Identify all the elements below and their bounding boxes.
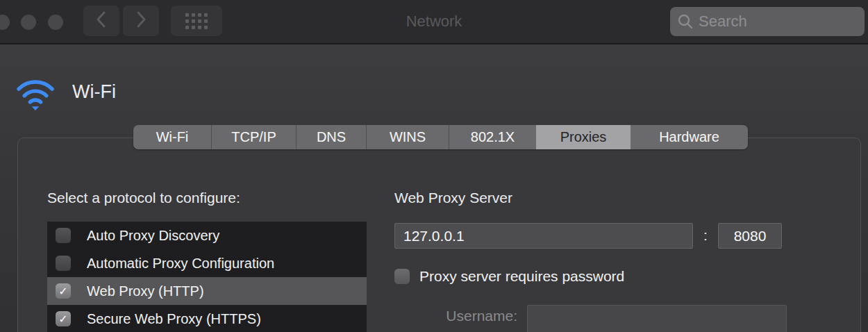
- minimize-button[interactable]: [21, 15, 36, 30]
- tab-tcpip[interactable]: TCP/IP: [212, 125, 297, 149]
- checkmark-icon: ✓: [58, 314, 67, 325]
- chevron-left-icon: [94, 10, 108, 31]
- tab-8021x[interactable]: 802.1X: [449, 125, 536, 149]
- tab-dns[interactable]: DNS: [297, 125, 367, 149]
- password-required-row: Proxy server requires password: [394, 268, 624, 285]
- protocol-label: Web Proxy (HTTP): [87, 283, 204, 299]
- protocol-row-web-proxy-http[interactable]: ✓ Web Proxy (HTTP): [47, 277, 367, 305]
- tab-bar: Wi-Fi TCP/IP DNS WINS 802.1X Proxies Har…: [133, 125, 748, 149]
- grid-icon: [185, 13, 208, 29]
- password-required-label: Proxy server requires password: [419, 268, 624, 285]
- connection-name: Wi-Fi: [72, 81, 116, 103]
- protocol-section-heading: Select a protocol to configure:: [47, 190, 240, 206]
- tab-wins[interactable]: WINS: [367, 125, 449, 149]
- username-input[interactable]: [527, 305, 787, 332]
- checkbox-web-proxy-http[interactable]: ✓: [56, 283, 71, 299]
- chevron-right-icon: [134, 10, 148, 31]
- proxy-port-input[interactable]: [718, 223, 782, 249]
- zoom-button[interactable]: [48, 15, 63, 30]
- protocol-label: Auto Proxy Discovery: [87, 228, 219, 244]
- protocol-row-automatic-proxy-configuration[interactable]: Automatic Proxy Configuration: [47, 249, 367, 277]
- checkbox-automatic-proxy-configuration[interactable]: [56, 256, 71, 271]
- title-bar: Network: [0, 0, 868, 43]
- wifi-icon: [15, 73, 56, 110]
- back-button[interactable]: [83, 6, 119, 36]
- show-all-button[interactable]: [171, 6, 222, 36]
- window-body: Wi-Fi Wi-Fi TCP/IP DNS WINS 802.1X Proxi…: [0, 43, 868, 332]
- network-preferences-window: Network Wi-Fi Wi-Fi TC: [0, 0, 868, 332]
- checkbox-auto-proxy-discovery[interactable]: [56, 228, 71, 243]
- port-separator: :: [693, 227, 718, 244]
- tab-hardware[interactable]: Hardware: [631, 125, 748, 149]
- forward-button[interactable]: [123, 6, 159, 36]
- protocol-label: Secure Web Proxy (HTTPS): [87, 311, 261, 327]
- web-proxy-server-heading: Web Proxy Server: [394, 190, 512, 206]
- proxy-server-input[interactable]: [394, 223, 693, 249]
- tab-wifi[interactable]: Wi-Fi: [133, 125, 212, 149]
- checkbox-secure-web-proxy-https[interactable]: ✓: [56, 311, 71, 326]
- tab-proxies[interactable]: Proxies: [536, 125, 631, 149]
- checkbox-proxy-password[interactable]: [394, 269, 410, 284]
- checkmark-icon: ✓: [58, 286, 67, 297]
- search-input[interactable]: [699, 13, 865, 31]
- protocol-list: Auto Proxy Discovery Automatic Proxy Con…: [47, 222, 367, 332]
- protocol-label: Automatic Proxy Configuration: [87, 256, 274, 272]
- search-icon: [677, 13, 694, 30]
- username-label: Username:: [419, 308, 517, 324]
- connection-header: Wi-Fi: [15, 73, 116, 110]
- protocol-row-secure-web-proxy-https[interactable]: ✓ Secure Web Proxy (HTTPS): [47, 305, 367, 332]
- search-field[interactable]: [670, 7, 865, 36]
- protocol-row-auto-proxy-discovery[interactable]: Auto Proxy Discovery: [47, 222, 367, 249]
- close-button[interactable]: [0, 15, 10, 30]
